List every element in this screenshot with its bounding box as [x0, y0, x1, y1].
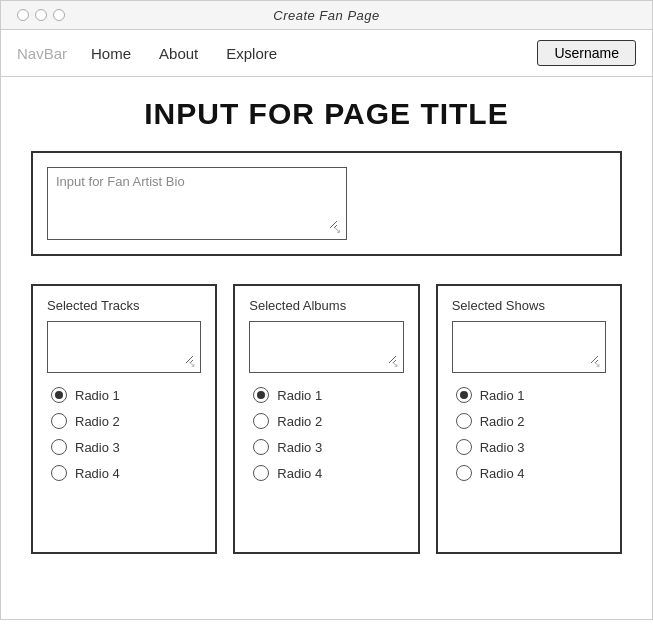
shows-radio-group: Radio 1 Radio 2 Radio 3 Radio 4	[452, 387, 606, 481]
albums-panel-title: Selected Albums	[249, 298, 403, 313]
shows-radio-3[interactable]: Radio 3	[456, 439, 606, 455]
albums-radio-group: Radio 1 Radio 2 Radio 3 Radio 4	[249, 387, 403, 481]
albums-radio-3[interactable]: Radio 3	[253, 439, 403, 455]
bio-section: ↘	[31, 151, 622, 256]
shows-textarea-wrapper: ↘	[452, 321, 606, 373]
albums-radio-circle-2	[253, 413, 269, 429]
tracks-radio-3[interactable]: Radio 3	[51, 439, 201, 455]
albums-textarea-wrapper: ↘	[249, 321, 403, 373]
albums-radio-circle-3	[253, 439, 269, 455]
tracks-textarea[interactable]	[54, 326, 194, 364]
tracks-radio-4[interactable]: Radio 4	[51, 465, 201, 481]
shows-resize-handle: ↘	[593, 359, 601, 369]
shows-radio-circle-2	[456, 413, 472, 429]
albums-textarea[interactable]	[256, 326, 396, 364]
tracks-textarea-wrapper: ↘	[47, 321, 201, 373]
albums-resize-handle: ↘	[391, 359, 399, 369]
shows-radio-1[interactable]: Radio 1	[456, 387, 606, 403]
window-dot-1	[17, 9, 29, 21]
window-chrome: Create Fan Page	[0, 0, 653, 30]
tracks-radio-circle-4	[51, 465, 67, 481]
tracks-radio-2[interactable]: Radio 2	[51, 413, 201, 429]
albums-panel: Selected Albums ↘ Radio 1 Radio 2	[233, 284, 419, 554]
tracks-panel-title: Selected Tracks	[47, 298, 201, 313]
shows-radio-circle-1	[456, 387, 472, 403]
nav-item-about[interactable]: About	[147, 41, 210, 66]
page-title: INPUT FOR PAGE TITLE	[31, 97, 622, 131]
shows-radio-circle-3	[456, 439, 472, 455]
bio-textarea[interactable]	[56, 174, 338, 229]
shows-panel-title: Selected Shows	[452, 298, 606, 313]
window-dot-3	[53, 9, 65, 21]
window-title: Create Fan Page	[273, 8, 380, 23]
albums-radio-2[interactable]: Radio 2	[253, 413, 403, 429]
shows-radio-4[interactable]: Radio 4	[456, 465, 606, 481]
three-col: Selected Tracks ↘ Radio 1 Radio 2	[31, 284, 622, 554]
albums-radio-circle-1	[253, 387, 269, 403]
shows-panel: Selected Shows ↘ Radio 1 Radio 2	[436, 284, 622, 554]
tracks-radio-group: Radio 1 Radio 2 Radio 3 Radio 4	[47, 387, 201, 481]
tracks-resize-handle: ↘	[188, 359, 196, 369]
username-button[interactable]: Username	[537, 40, 636, 66]
navbar: NavBar Home About Explore Username	[1, 30, 652, 77]
bio-resize-handle: ↘	[333, 225, 341, 235]
albums-radio-circle-4	[253, 465, 269, 481]
shows-textarea[interactable]	[459, 326, 599, 364]
tracks-radio-circle-1	[51, 387, 67, 403]
tracks-radio-1[interactable]: Radio 1	[51, 387, 201, 403]
navbar-brand: NavBar	[17, 45, 67, 62]
window-dots	[17, 9, 65, 21]
bio-textarea-wrapper: ↘	[47, 167, 347, 240]
shows-radio-2[interactable]: Radio 2	[456, 413, 606, 429]
nav-item-explore[interactable]: Explore	[214, 41, 289, 66]
tracks-radio-circle-3	[51, 439, 67, 455]
nav-item-home[interactable]: Home	[79, 41, 143, 66]
albums-radio-1[interactable]: Radio 1	[253, 387, 403, 403]
main-container: NavBar Home About Explore Username INPUT…	[0, 30, 653, 620]
page-content: INPUT FOR PAGE TITLE ↘ Selected Tracks ↘	[1, 77, 652, 584]
window-dot-2	[35, 9, 47, 21]
tracks-radio-circle-2	[51, 413, 67, 429]
shows-radio-circle-4	[456, 465, 472, 481]
albums-radio-4[interactable]: Radio 4	[253, 465, 403, 481]
tracks-panel: Selected Tracks ↘ Radio 1 Radio 2	[31, 284, 217, 554]
page-title-area: INPUT FOR PAGE TITLE	[31, 97, 622, 131]
